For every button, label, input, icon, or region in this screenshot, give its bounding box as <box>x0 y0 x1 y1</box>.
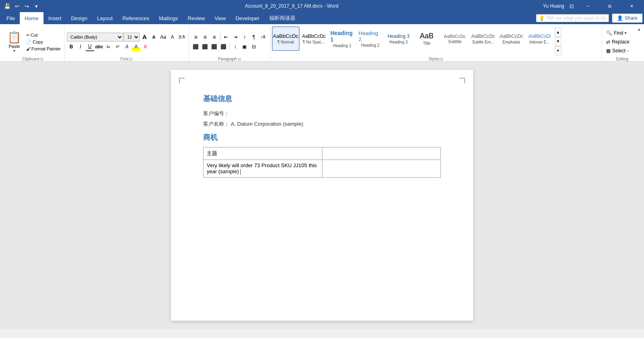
table-data-row: Very likely will order 73 Product SKU JJ… <box>204 160 441 178</box>
style-no-spacing[interactable]: AaBbCcDc ¶ No Spac... <box>300 27 328 51</box>
heading-opportunities: 商机 <box>203 133 441 142</box>
styles-expand[interactable]: ▾ <box>555 46 561 55</box>
align-right-button[interactable]: ⬛ <box>210 42 219 51</box>
select-label: Select - <box>612 48 629 54</box>
share-button[interactable]: 👤 Share <box>612 14 642 23</box>
styles-group-label[interactable]: Styles ⊡ <box>272 56 600 61</box>
close-button[interactable]: ✕ <box>622 0 641 12</box>
numbering-button[interactable]: ≡ <box>201 33 210 41</box>
align-left-button[interactable]: ⬛ <box>191 42 200 51</box>
customer-id-para: 客户编号： <box>203 110 441 117</box>
decrease-indent-button[interactable]: ⇤ <box>222 33 231 41</box>
font-color-button[interactable]: A <box>141 42 150 51</box>
style-title[interactable]: AaB Title <box>413 27 440 51</box>
menu-references[interactable]: References <box>118 12 154 24</box>
style-normal[interactable]: AaBbCcDc ¶ Normal <box>272 27 299 51</box>
save-button[interactable]: 💾 <box>3 2 11 10</box>
tell-me-box[interactable]: 💡 Tell me what you want to do <box>536 14 609 22</box>
style-subtle-em-label: Subtle Em... <box>472 40 494 44</box>
sort-button[interactable]: ↕ <box>240 33 249 41</box>
clipboard-group-label[interactable]: Clipboard ⊡ <box>4 56 62 61</box>
menu-view[interactable]: View <box>210 12 231 24</box>
menu-developer[interactable]: Developer <box>231 12 264 24</box>
document-title: Account_8_20_2017_8_17 AM.docx - Word <box>40 3 543 9</box>
select-button[interactable]: ▦ Select - <box>605 47 630 54</box>
style-heading1[interactable]: Heading 1 Heading 1 <box>328 27 356 51</box>
clear-formatting-button[interactable]: A <box>168 33 177 41</box>
italic-button[interactable]: I <box>76 42 85 51</box>
styles-scroll-down[interactable]: ▼ <box>555 37 561 46</box>
subscript-button[interactable]: x₂ <box>104 42 113 51</box>
paragraph-group-label[interactable]: Paragraph ⊡ <box>191 56 268 61</box>
format-painter-button[interactable]: 🖌 Format Painter <box>25 46 62 52</box>
display-options-button[interactable]: ⊡ <box>567 2 575 10</box>
styles-scroll-up[interactable]: ▲ <box>555 28 561 37</box>
copy-button[interactable]: 📄 Copy <box>25 39 62 45</box>
style-subtle-em[interactable]: AaBbCcDc Subtle Em... <box>469 27 497 51</box>
font-size-selector[interactable]: 11 <box>124 33 140 41</box>
superscript-button[interactable]: x² <box>113 42 122 51</box>
phonetic-guide-button[interactable]: 文A <box>177 33 186 41</box>
style-heading2[interactable]: Heading 2 Heading 2 <box>357 27 384 51</box>
line-spacing-button[interactable]: ↕ <box>231 42 240 51</box>
paragraph-group-inner: ≡ ≡ ≡ ⇤ ⇥ ↕ ¶ ↕A ⬛ ⬛ ⬛ ⬛ <box>191 27 268 56</box>
replace-button[interactable]: ⇄ Replace <box>605 38 631 46</box>
strikethrough-button[interactable]: abc <box>95 42 104 51</box>
document-page: 基础信息 客户编号： 客户名称： A. Datum Corporation (s… <box>171 70 473 321</box>
menu-mailings[interactable]: Mailings <box>154 12 183 24</box>
font-group-label[interactable]: Font ⊡ <box>67 56 186 61</box>
find-dropdown-icon: ▾ <box>625 31 627 35</box>
menu-file[interactable]: File <box>2 12 20 24</box>
clipboard-group: 📋 Paste ▾ ✂ Cut 📄 Copy 🖌 Format <box>2 26 64 61</box>
style-subtle-em-preview: AaBbCcDc <box>471 33 495 39</box>
menu-furead[interactable]: 福昕阅读器 <box>264 12 300 24</box>
find-button[interactable]: 🔍 Find ▾ <box>605 29 628 37</box>
restore-button[interactable]: ⧉ <box>600 0 619 12</box>
text-highlight-button[interactable]: A <box>132 42 141 51</box>
menu-review[interactable]: Review <box>183 12 210 24</box>
multilevel-list-button[interactable]: ≡ <box>210 33 219 41</box>
styles-scroll-controls: ▲ ▼ ▾ <box>555 27 561 56</box>
text-effects-button[interactable]: A <box>123 42 131 51</box>
ribbon-collapse-button[interactable]: ▲ <box>635 25 643 33</box>
shading-button[interactable]: ▣ <box>240 42 249 51</box>
title-bar-right: Yu Huang ⊡ ─ ⧉ ✕ <box>543 0 641 12</box>
style-heading3[interactable]: Heading 3 Heading 3 <box>385 27 412 51</box>
user-name: Yu Huang <box>543 3 564 9</box>
bold-button[interactable]: B <box>67 42 76 51</box>
undo-button[interactable]: ↩ <box>13 2 21 10</box>
bullets-button[interactable]: ≡ <box>191 33 200 41</box>
style-subtitle[interactable]: AaBbCcDc Subtitle <box>441 27 469 51</box>
underline-button[interactable]: U <box>85 42 94 51</box>
show-formatting-button[interactable]: ¶ <box>249 33 258 41</box>
change-case-button[interactable]: Aa <box>159 33 168 41</box>
redo-button[interactable]: ↪ <box>23 2 31 10</box>
styles-expand-icon: ⊡ <box>440 57 443 61</box>
increase-indent-button[interactable]: ⇥ <box>231 33 240 41</box>
paragraph-spacing-button[interactable]: ↕A <box>259 33 268 41</box>
title-bar-left: 💾 ↩ ↪ ▾ <box>3 2 40 10</box>
table-cell-opportunity[interactable]: Very likely will order 73 Product SKU JJ… <box>204 160 322 178</box>
align-center-button[interactable]: ⬛ <box>201 42 210 51</box>
style-emphasis[interactable]: AaBbCcDc Emphasis <box>498 27 525 51</box>
style-h3-label: Heading 3 <box>389 40 408 44</box>
menu-insert[interactable]: Insert <box>44 12 66 24</box>
style-intense-e[interactable]: AoBbCcDi Intense E... <box>526 27 553 51</box>
borders-button[interactable]: ⊟ <box>249 42 258 51</box>
menu-layout[interactable]: Layout <box>92 12 118 24</box>
justify-button[interactable]: ⬛ <box>219 42 228 51</box>
minimize-button[interactable]: ─ <box>579 0 597 12</box>
menu-home[interactable]: Home <box>20 12 44 24</box>
decrease-font-size-button[interactable]: A <box>150 33 158 41</box>
style-h2-label: Heading 2 <box>361 43 380 48</box>
style-normal-label: ¶ Normal <box>278 40 294 44</box>
cut-button[interactable]: ✂ Cut <box>25 32 62 38</box>
qat-customize-button[interactable]: ▾ <box>32 2 40 10</box>
paragraph-expand-icon: ⊡ <box>238 57 241 61</box>
customer-name-value: A. Datum Corporation (sample) <box>231 121 303 127</box>
paste-button[interactable]: 📋 Paste ▾ <box>4 29 25 54</box>
menu-design[interactable]: Design <box>66 12 92 24</box>
font-name-selector[interactable]: Calibri (Body) <box>67 33 123 41</box>
increase-font-size-button[interactable]: A <box>140 33 149 41</box>
table-cell-empty[interactable] <box>322 160 441 178</box>
